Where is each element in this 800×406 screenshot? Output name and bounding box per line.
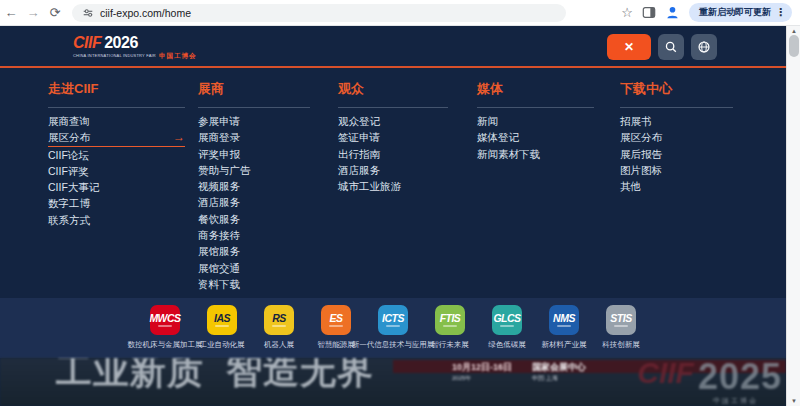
es-logo-icon: ES: [321, 305, 351, 335]
menu-item[interactable]: 其他: [620, 178, 733, 194]
sub-show-label: 科技创新展: [602, 340, 640, 350]
url-text: ciif-expo.com/home: [100, 7, 191, 19]
search-button[interactable]: [658, 34, 684, 60]
mega-menu: CIIF 2026 CHINA INTERNATIONAL INDUSTRY F…: [0, 26, 786, 298]
browser-toolbar: ← → ⟳ ciif-expo.com/home ☆: [0, 0, 800, 26]
logo-subtext-en: CHINA INTERNATIONAL INDUSTRY FAIR: [73, 54, 156, 58]
url-bar[interactable]: ciif-expo.com/home: [72, 4, 566, 22]
glcs-logo-icon: GLCS: [492, 305, 522, 335]
menu-item[interactable]: 展后报告: [620, 146, 733, 162]
menu-item[interactable]: 图片图标: [620, 162, 733, 178]
menu-item[interactable]: 资料下载: [198, 276, 310, 292]
sub-show-rs[interactable]: RS 机器人展: [251, 305, 308, 350]
sub-show-glcs[interactable]: GLCS 绿色低碳展: [479, 305, 536, 350]
menu-item[interactable]: 新闻素材下载: [477, 146, 594, 162]
scrollbar-up-icon[interactable]: ▲: [787, 28, 800, 34]
menu-item[interactable]: 观众登记: [338, 113, 448, 129]
menu-item[interactable]: 新闻: [477, 113, 594, 129]
sub-show-label: 智行未来展: [431, 340, 469, 350]
column-heading[interactable]: 媒体: [477, 80, 594, 108]
hero-venue: 国家会展中心: [532, 361, 586, 374]
menu-column-visitors: 观众 观众登记 签证申请 出行指南 酒店服务 城市工业旅游: [338, 80, 448, 194]
site-page: CIIF 2026 CHINA INTERNATIONAL INDUSTRY F…: [0, 26, 800, 406]
header-actions: ✕: [607, 34, 717, 60]
sub-show-nms[interactable]: NMS 新材料产业展: [536, 305, 593, 350]
globe-icon: [697, 40, 711, 54]
menu-column-exhibitors: 展商 参展申请 展商登录 评奖申报 赞助与广告 视频服务 酒店服务 餐饮服务 商…: [198, 80, 310, 292]
sub-show-label: 智慧能源展: [317, 340, 355, 350]
sub-show-stis[interactable]: STIS 科技创新展: [593, 305, 650, 350]
side-panel-icon[interactable]: [642, 6, 656, 19]
menu-column-downloads: 下载中心 招展书 展区分布 展后报告 图片图标 其他: [620, 80, 733, 194]
menu-item-active[interactable]: 展区分布 →: [48, 129, 185, 146]
column-heading[interactable]: 观众: [338, 80, 448, 108]
update-chip-label: 重新启动即可更新: [699, 6, 771, 19]
menu-item[interactable]: 数字工博: [48, 195, 185, 211]
ftis-logo-icon: FTIS: [435, 305, 465, 335]
rs-logo-icon: RS: [264, 305, 294, 335]
sub-show-ftis[interactable]: FTIS 智行未来展: [422, 305, 479, 350]
menu-item[interactable]: CIIF大事记: [48, 179, 185, 195]
hero-date-sub: 2025年: [452, 374, 471, 383]
column-heading[interactable]: 展商: [198, 80, 310, 108]
ciif-logo[interactable]: CIIF 2026 CHINA INTERNATIONAL INDUSTRY F…: [73, 35, 196, 60]
menu-item[interactable]: 酒店服务: [338, 162, 448, 178]
scrollbar-down-icon[interactable]: ▼: [787, 398, 800, 404]
close-menu-button[interactable]: ✕: [607, 34, 651, 60]
language-button[interactable]: [691, 34, 717, 60]
hero-venue-sub: 中国·上海: [532, 374, 558, 383]
menu-item[interactable]: 展馆服务: [198, 243, 310, 259]
hero-slogan: 工业新质 智造无界: [56, 358, 374, 396]
menu-column-about: 走进CIIF 展商查询 展区分布 → CIIF论坛 CIIF评奖 CIIF大事记…: [48, 80, 185, 228]
menu-item[interactable]: 展区分布: [620, 129, 733, 145]
hero-date: 10月12日-16日: [452, 361, 512, 374]
logo-year-text: 2026: [104, 35, 138, 51]
column-heading[interactable]: 下载中心: [620, 80, 733, 108]
profile-icon[interactable]: [665, 5, 680, 20]
menu-item[interactable]: 参展申请: [198, 113, 310, 129]
reload-icon[interactable]: ⟳: [44, 5, 66, 20]
scrollbar-thumb[interactable]: [789, 35, 799, 57]
menu-item[interactable]: 联系方式: [48, 212, 185, 228]
menu-item[interactable]: CIIF论坛: [48, 147, 185, 163]
logo-ciif-text: CIIF: [73, 35, 101, 51]
scrollbar[interactable]: ▲ ▼: [786, 26, 800, 406]
logo-subtext-cn: 中国工博会: [159, 53, 197, 60]
back-icon[interactable]: ←: [0, 5, 22, 20]
menu-item[interactable]: 展馆交通: [198, 260, 310, 276]
sub-show-label: 机器人展: [264, 340, 294, 350]
menu-header: CIIF 2026 CHINA INTERNATIONAL INDUSTRY F…: [0, 26, 786, 68]
menu-item[interactable]: 视频服务: [198, 178, 310, 194]
menu-item[interactable]: 商务接待: [198, 227, 310, 243]
menu-item[interactable]: CIIF评奖: [48, 163, 185, 179]
menu-item[interactable]: 签证申请: [338, 129, 448, 145]
sub-show-label: 绿色低碳展: [488, 340, 526, 350]
menu-item[interactable]: 酒店服务: [198, 194, 310, 210]
sub-show-mwcs[interactable]: MWCS 数控机床与金属加工展: [137, 305, 194, 350]
menu-item[interactable]: 餐饮服务: [198, 211, 310, 227]
toolbar-right: ☆ 重新启动即可更新 ⋮: [621, 3, 800, 22]
bookmark-star-icon[interactable]: ☆: [621, 5, 633, 20]
kebab-menu-icon[interactable]: ⋮: [775, 6, 786, 19]
close-icon: ✕: [624, 40, 634, 54]
sub-show-label: 数控机床与金属加工展: [128, 340, 203, 350]
menu-item[interactable]: 招展书: [620, 113, 733, 129]
update-chip[interactable]: 重新启动即可更新 ⋮: [689, 3, 792, 22]
sub-shows-band: MWCS 数控机床与金属加工展 IAS 工业自动化展 RS 机器人展 ES: [0, 298, 786, 358]
menu-item[interactable]: 出行指南: [338, 146, 448, 162]
menu-item[interactable]: 展商查询: [48, 113, 185, 129]
sub-show-ias[interactable]: IAS 工业自动化展: [194, 305, 251, 350]
menu-item[interactable]: 评奖申报: [198, 146, 310, 162]
column-heading[interactable]: 走进CIIF: [48, 80, 185, 108]
sub-show-label: 工业自动化展: [200, 340, 245, 350]
menu-item[interactable]: 赞助与广告: [198, 162, 310, 178]
menu-column-media: 媒体 新闻 媒体登记 新闻素材下载: [477, 80, 594, 162]
sub-show-icts[interactable]: ICTS 新一代信息技术与应用展: [365, 305, 422, 350]
icts-logo-icon: ICTS: [378, 305, 408, 335]
menu-item[interactable]: 城市工业旅游: [338, 178, 448, 194]
screen: ← → ⟳ ciif-expo.com/home ☆: [0, 0, 800, 406]
menu-item[interactable]: 媒体登记: [477, 129, 594, 145]
menu-item[interactable]: 展商登录: [198, 129, 310, 145]
site-info-icon[interactable]: [82, 7, 94, 19]
forward-icon[interactable]: →: [22, 5, 44, 20]
